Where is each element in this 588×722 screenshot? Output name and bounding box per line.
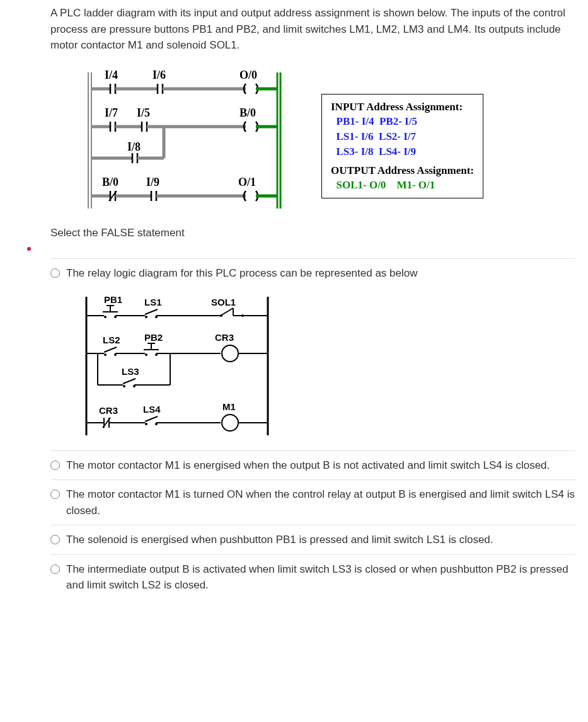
option-b[interactable]: The motor contactor M1 is energised when… [50, 450, 575, 480]
rung4-contact2-label: I/9 [146, 176, 159, 188]
rung3-contact1-label: I/8 [127, 140, 141, 153]
relay-r2-out: CR3 [215, 332, 234, 343]
svg-point-37 [104, 316, 107, 318]
assign-m1: M1- O/1 [396, 179, 435, 191]
assign-ls3: LS3- I/8 [337, 146, 374, 158]
rung1-output-label: O/0 [239, 69, 257, 81]
option-c-text: The motor contactor M1 is turned ON when… [66, 486, 575, 519]
rung2-contact2-label: I/5 [137, 106, 150, 119]
relay-r2-c2: PB2 [144, 332, 163, 343]
option-c-radio[interactable] [50, 490, 60, 499]
svg-point-54 [104, 353, 107, 356]
address-assignment-box: INPUT Address Assignment: PB1- I/4 PB2- … [321, 94, 483, 199]
assign-sol1: SOL1- O/0 [337, 179, 386, 191]
option-a-radio[interactable] [50, 268, 60, 278]
rung2-output-label: B/0 [239, 106, 256, 119]
assign-ls1: LS1- I/6 [337, 130, 374, 142]
relay-r1-out: SOL1 [211, 297, 236, 307]
option-c[interactable]: The motor contactor M1 is turned ON when… [50, 479, 575, 525]
option-d-radio[interactable] [50, 535, 60, 544]
option-b-text: The motor contactor M1 is energised when… [66, 457, 575, 474]
svg-point-64 [222, 345, 238, 362]
svg-point-50 [241, 314, 244, 317]
rung2-contact1-label: I/7 [105, 106, 118, 119]
svg-point-58 [145, 353, 147, 356]
plc-ladder-diagram: I/4 I/6 O/0 I/7 [76, 64, 296, 215]
svg-line-56 [104, 347, 117, 352]
assign-pb1: PB1- I/4 [337, 115, 374, 127]
option-e[interactable]: The intermediate output B is activated w… [50, 554, 575, 600]
svg-point-52 [220, 314, 222, 317]
rung1-contact1-label: I/4 [105, 69, 118, 81]
rung4-output-label: O/1 [238, 176, 256, 188]
select-prompt: Select the FALSE statement [50, 225, 575, 241]
input-heading: INPUT Address Assignment: [331, 100, 474, 115]
svg-line-45 [145, 309, 158, 314]
option-e-text: The intermediate output B is activated w… [66, 561, 575, 593]
relay-r2-c1: LS2 [103, 335, 120, 345]
option-a-text: The relay logic diagram for this PLC pro… [66, 265, 575, 282]
option-d-text: The solenoid is energised when pushbutto… [66, 532, 575, 548]
option-b-radio[interactable] [50, 461, 60, 470]
status-marker-dot [27, 247, 31, 251]
svg-line-80 [145, 416, 158, 421]
relay-r3-c1: LS3 [122, 366, 139, 377]
rung1-contact2-label: I/6 [153, 69, 166, 81]
relay-r4-out: M1 [222, 401, 236, 412]
svg-line-47 [221, 308, 233, 316]
output-heading: OUTPUT Address Assignment: [331, 163, 474, 178]
relay-r4-c2: LS4 [143, 404, 161, 415]
svg-point-78 [145, 423, 147, 425]
plc-diagram-row: I/4 I/6 O/0 I/7 [76, 64, 575, 215]
svg-point-43 [145, 316, 147, 318]
option-d[interactable]: The solenoid is energised when pushbutto… [50, 525, 575, 554]
svg-point-68 [123, 385, 125, 387]
relay-r1-c1: PB1 [104, 294, 122, 305]
svg-point-82 [222, 415, 238, 431]
rung4-contact1-label: B/0 [102, 176, 118, 188]
relay-r1-c2: LS1 [144, 297, 162, 307]
assign-pb2: PB2- I/5 [379, 115, 417, 127]
assign-ls4: LS4- I/9 [379, 146, 416, 158]
relay-r4-c1: CR3 [99, 405, 118, 416]
assign-ls2: LS2- I/7 [379, 130, 416, 142]
question-paragraph: A PLC ladder diagram with its input and … [50, 5, 575, 54]
option-e-radio[interactable] [50, 564, 60, 574]
relay-logic-diagram: PB1 LS1 SOL1 [79, 290, 280, 442]
option-a[interactable]: The relay logic diagram for this PLC pro… [50, 258, 575, 450]
svg-line-70 [123, 379, 135, 384]
